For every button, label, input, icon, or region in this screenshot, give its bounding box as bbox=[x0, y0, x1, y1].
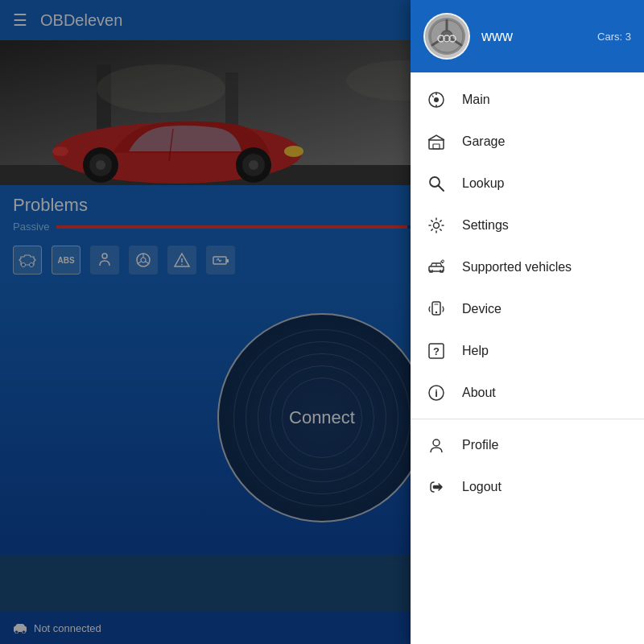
drawer-item-lookup[interactable]: Lookup bbox=[411, 163, 644, 204]
garage-label: Garage bbox=[462, 134, 505, 149]
device-icon bbox=[427, 299, 446, 319]
user-avatar[interactable] bbox=[423, 13, 470, 60]
avatar-image bbox=[425, 14, 469, 58]
drawer-item-about[interactable]: i About bbox=[411, 372, 644, 414]
user-info: www bbox=[481, 28, 586, 45]
svg-point-56 bbox=[434, 223, 440, 229]
supported-vehicles-label: Supported vehicles bbox=[462, 260, 572, 275]
lookup-label: Lookup bbox=[462, 176, 505, 191]
profile-icon bbox=[427, 436, 446, 455]
main-icon bbox=[427, 90, 446, 109]
main-label: Main bbox=[462, 93, 490, 107]
svg-point-61 bbox=[436, 312, 437, 313]
username-label: www bbox=[481, 28, 586, 45]
settings-label: Settings bbox=[462, 218, 509, 233]
drawer-item-logout[interactable]: Logout bbox=[411, 466, 644, 508]
svg-text:i: i bbox=[435, 387, 438, 399]
drawer-menu: Main Garage bbox=[411, 72, 644, 644]
drawer-item-device[interactable]: Device bbox=[411, 288, 644, 330]
svg-point-66 bbox=[433, 440, 440, 446]
drawer-item-supported-vehicles[interactable]: Supported vehicles bbox=[411, 246, 644, 288]
logout-label: Logout bbox=[462, 480, 502, 494]
drawer-item-settings[interactable]: Settings bbox=[411, 204, 644, 246]
svg-rect-57 bbox=[429, 266, 444, 271]
svg-point-49 bbox=[434, 97, 439, 102]
svg-text:?: ? bbox=[433, 345, 440, 357]
svg-rect-53 bbox=[433, 144, 440, 149]
settings-icon bbox=[427, 216, 446, 235]
navigation-drawer: www Cars: 3 Main bbox=[411, 0, 644, 644]
drawer-item-main[interactable]: Main bbox=[411, 79, 644, 121]
supported-vehicles-icon bbox=[427, 258, 446, 277]
device-label: Device bbox=[462, 302, 502, 316]
drawer-divider bbox=[411, 419, 644, 419]
svg-rect-67 bbox=[433, 485, 441, 489]
drawer-item-help[interactable]: ? Help bbox=[411, 330, 644, 372]
drawer-header: www Cars: 3 bbox=[411, 0, 644, 72]
drawer-item-garage[interactable]: Garage bbox=[411, 121, 644, 163]
about-label: About bbox=[462, 386, 496, 400]
svg-line-55 bbox=[439, 186, 444, 192]
help-label: Help bbox=[462, 344, 489, 358]
svg-point-59 bbox=[442, 260, 444, 262]
garage-icon bbox=[427, 132, 446, 151]
help-icon: ? bbox=[427, 341, 446, 361]
lookup-icon bbox=[427, 174, 446, 193]
cars-count-label: Cars: 3 bbox=[597, 31, 631, 43]
drawer-item-profile[interactable]: Profile bbox=[411, 424, 644, 466]
logout-icon bbox=[427, 477, 446, 497]
about-icon: i bbox=[427, 383, 446, 402]
profile-label: Profile bbox=[462, 438, 498, 452]
app-container: ☰ OBDeleven bbox=[0, 0, 644, 644]
